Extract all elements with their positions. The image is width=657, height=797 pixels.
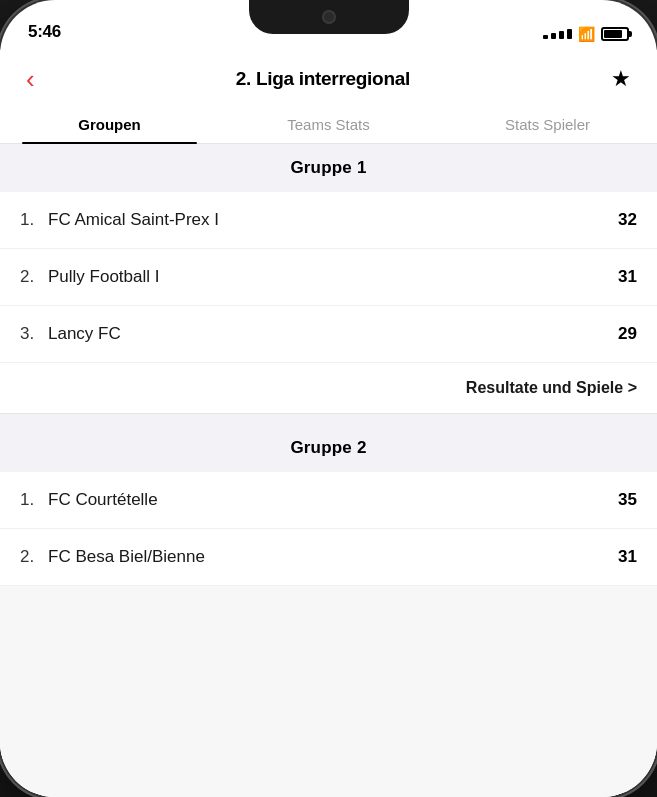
page-title: 2. Liga interregional xyxy=(236,68,410,90)
team-rank: 1. xyxy=(20,490,48,510)
favorite-button[interactable]: ★ xyxy=(605,62,637,96)
status-icons: 📶 xyxy=(543,26,629,42)
app-header: ‹ 2. Liga interregional ★ xyxy=(0,50,657,106)
gruppe-1-title: Gruppe 1 xyxy=(290,158,366,177)
phone-frame: 5:46 📶 ‹ 2. Liga interregional ★ Groupen xyxy=(0,0,657,797)
team-rank: 2. xyxy=(20,267,48,287)
team-name: FC Courtételle xyxy=(48,490,618,510)
team-rank: 1. xyxy=(20,210,48,230)
front-camera xyxy=(322,10,336,24)
battery-icon xyxy=(601,27,629,41)
back-button[interactable]: ‹ xyxy=(20,62,41,96)
results-link-gruppe-1[interactable]: Resultate und Spiele > xyxy=(0,363,657,414)
table-row: 1. FC Courtételle 35 xyxy=(0,472,657,529)
table-row: 3. Lancy FC 29 xyxy=(0,306,657,363)
signal-icon xyxy=(543,29,572,39)
table-row: 1. FC Amical Saint-Prex I 32 xyxy=(0,192,657,249)
team-rank: 2. xyxy=(20,547,48,567)
gruppe-2-title: Gruppe 2 xyxy=(290,438,366,457)
screen-content: ‹ 2. Liga interregional ★ Groupen Teams … xyxy=(0,50,657,797)
main-content: Gruppe 1 1. FC Amical Saint-Prex I 32 2.… xyxy=(0,144,657,797)
notch xyxy=(249,0,409,34)
team-score: 35 xyxy=(618,490,637,510)
team-score: 31 xyxy=(618,547,637,567)
team-score: 32 xyxy=(618,210,637,230)
team-name: Pully Football I xyxy=(48,267,618,287)
gruppe-2-header: Gruppe 2 xyxy=(0,424,657,472)
tab-bar: Groupen Teams Stats Stats Spieler xyxy=(0,106,657,144)
separator xyxy=(0,414,657,424)
team-name: FC Amical Saint-Prex I xyxy=(48,210,618,230)
team-score: 31 xyxy=(618,267,637,287)
tab-teams-stats[interactable]: Teams Stats xyxy=(219,106,438,143)
status-time: 5:46 xyxy=(28,22,61,42)
team-name: FC Besa Biel/Bienne xyxy=(48,547,618,567)
team-score: 29 xyxy=(618,324,637,344)
wifi-icon: 📶 xyxy=(578,26,595,42)
battery-fill xyxy=(604,30,622,38)
tab-stats-spieler[interactable]: Stats Spieler xyxy=(438,106,657,143)
team-rank: 3. xyxy=(20,324,48,344)
results-link-text: Resultate und Spiele > xyxy=(466,379,637,396)
table-row: 2. FC Besa Biel/Bienne 31 xyxy=(0,529,657,586)
team-name: Lancy FC xyxy=(48,324,618,344)
tab-groupen[interactable]: Groupen xyxy=(0,106,219,143)
gruppe-1-header: Gruppe 1 xyxy=(0,144,657,192)
table-row: 2. Pully Football I 31 xyxy=(0,249,657,306)
